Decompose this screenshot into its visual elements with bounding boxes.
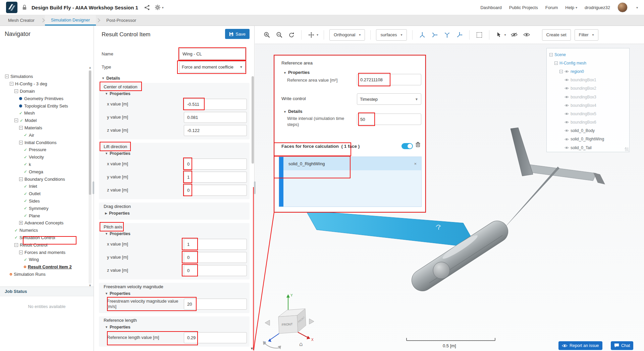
navigator-item-forces-and-moments[interactable]: −Forces and moments [0,249,87,256]
type-select[interactable]: Force and moment coefficie ▼ [179,61,246,73]
navigator-item-result-control-item-2[interactable]: Result Control Item 2 [0,263,87,271]
visibility-eye-icon[interactable] [565,129,569,132]
navigator-item-result-control[interactable]: −Result Control [0,241,87,249]
visibility-eye-icon[interactable] [565,87,569,90]
view-axis-z-icon[interactable] [455,31,464,39]
navigator-item-omega[interactable]: ✓Omega [0,168,87,175]
hide-selection-eye-off-icon[interactable] [510,31,519,39]
x-value-m-input[interactable] [184,159,247,170]
create-set-button[interactable]: Create set [542,29,571,41]
panel-resize-grip[interactable] [93,181,94,194]
navigator-scrollbar[interactable] [89,70,92,284]
panel-scrollbar[interactable] [252,76,254,164]
properties-header[interactable]: ▼Properties [102,324,247,330]
y-value-m-input[interactable] [184,172,247,183]
faces-toggle[interactable] [401,143,413,149]
top-link-forum[interactable]: Forum [545,5,558,10]
navigator-item-model[interactable]: −✓Model [0,117,87,124]
navigator-item-simulation-control[interactable]: ✓Simulation Control [0,234,87,242]
zoom-out-icon[interactable] [275,31,283,39]
collapse-icon[interactable]: − [549,53,553,56]
collapse-icon[interactable]: − [19,141,23,144]
share-icon[interactable] [144,5,150,10]
visibility-eye-icon[interactable] [565,70,569,73]
navigator-item-inlet[interactable]: ✓Inlet [0,183,87,190]
freestream-velocity-magnitude-value-m-s-input[interactable] [184,299,247,310]
navigator-item-symmetry[interactable]: ✓Symmetry [0,205,87,212]
scene-item-boundingbox4[interactable]: boundingBox4 [547,101,629,109]
navigator-item-boundary-conditions[interactable]: −Boundary Conditions [0,175,87,183]
navigator-item-simulations[interactable]: −Simulations [0,73,87,80]
scene-item-scene[interactable]: −Scene [547,50,629,59]
navigator-item-advanced-concepts[interactable]: +Advanced Concepts [0,219,87,227]
cursor-chevron-icon[interactable]: ▾ [504,33,506,37]
z-value-m-input[interactable] [184,185,247,196]
navigator-item-domain[interactable]: −Domain [0,88,87,95]
scene-item-solid-0-rightwing[interactable]: solid_0_RightWing [547,135,629,143]
top-link-dashboard[interactable]: Dashboard [480,5,502,10]
collapse-icon[interactable]: − [559,70,563,73]
cursor-select-icon[interactable] [495,31,503,39]
panel-scroll-down-icon[interactable]: ▼ [250,347,254,350]
collapse-icon[interactable]: − [19,177,23,181]
scene-item-boundingbox1[interactable]: boundingBox1 [547,76,629,84]
navigator-item-sides[interactable]: ✓Sides [0,198,87,205]
navigator-item-materials[interactable]: −Materials [0,124,87,132]
properties-header[interactable]: ▼Properties [102,91,247,97]
name-input[interactable] [179,48,246,59]
x-value-m-input[interactable] [184,239,247,250]
visibility-eye-icon[interactable] [565,95,569,99]
navigator-item-geometry-primitives[interactable]: Geometry Primitives [0,95,87,102]
view-axis-y-icon[interactable] [443,31,451,39]
visibility-eye-icon[interactable] [565,138,569,141]
tab-simulation-designer[interactable]: Simulation Designer [45,15,96,26]
reference-length-value-m-input[interactable] [184,332,247,343]
report-issue-button[interactable]: Report an issue [558,341,602,350]
x-value-m-input[interactable] [184,99,247,110]
y-value-m-input[interactable] [184,112,247,123]
z-value-m-input[interactable] [184,125,247,136]
job-status-title[interactable]: Job Status [0,287,94,296]
tab-mesh-creator[interactable]: Mesh Creator [2,15,41,26]
save-button[interactable]: Save [225,29,250,39]
properties-header[interactable]: ▶Properties [102,210,247,216]
properties-header[interactable]: ▼Properties [283,70,310,75]
settings-gear-icon[interactable]: ▾ [155,4,164,10]
render-mode-select[interactable]: surfaces▾ [376,29,407,41]
resize-handle-icon[interactable] [625,147,629,151]
view-axis-x-icon[interactable] [430,31,439,39]
panel-resize-grip[interactable] [254,181,256,194]
scene-item-boundingbox6[interactable]: boundingBox6 [547,118,629,127]
properties-header[interactable]: ▼Properties [102,291,247,297]
navigator-item-outlet[interactable]: ✓Outlet [0,190,87,198]
visibility-eye-icon[interactable] [565,121,569,124]
navigator-item-plane[interactable]: ✓Plane [0,212,87,219]
scroll-up-icon[interactable]: ▲ [89,66,92,69]
reference-area-input[interactable] [357,74,421,85]
zoom-in-icon[interactable] [262,31,271,39]
scene-item-boundingbox3[interactable]: boundingBox3 [547,93,629,101]
reset-view-icon[interactable] [287,31,296,39]
filter-button[interactable]: Filter▾ [575,29,598,41]
navigator-item-numerics[interactable]: ✓Numerics [0,227,87,234]
app-logo-icon[interactable] [6,2,17,13]
tab-post-processor[interactable]: Post-Processor [100,15,142,26]
scene-item-solid-0-body[interactable]: solid_0_Body [547,127,629,135]
delete-trash-icon[interactable] [416,142,420,148]
scene-item-boundingbox2[interactable]: boundingBox2 [547,84,629,93]
pan-tool-chevron-icon[interactable]: ▾ [317,33,318,37]
scene-item-region0[interactable]: −region0 [547,67,629,76]
navigator-item-wing[interactable]: ✓Wing [0,256,87,263]
username[interactable]: drodriguez32 [585,5,610,10]
face-row-solid-0-rightwing[interactable]: solid_0_RightWing× [283,157,421,170]
navigator-item-simulation-runs[interactable]: Simulation Runs [0,271,87,278]
collapse-icon[interactable]: − [19,126,23,130]
write-control-select[interactable]: Timestep▼ [357,93,421,105]
properties-header[interactable]: ▼Properties [102,150,247,157]
y-value-m-input[interactable] [184,252,247,263]
visibility-eye-icon[interactable] [565,104,569,107]
collapse-icon[interactable]: − [5,75,9,78]
visibility-eye-icon[interactable] [565,78,569,82]
navigator-item-k[interactable]: ✓k [0,161,87,168]
projection-select[interactable]: Orthogonal▾ [329,29,365,41]
